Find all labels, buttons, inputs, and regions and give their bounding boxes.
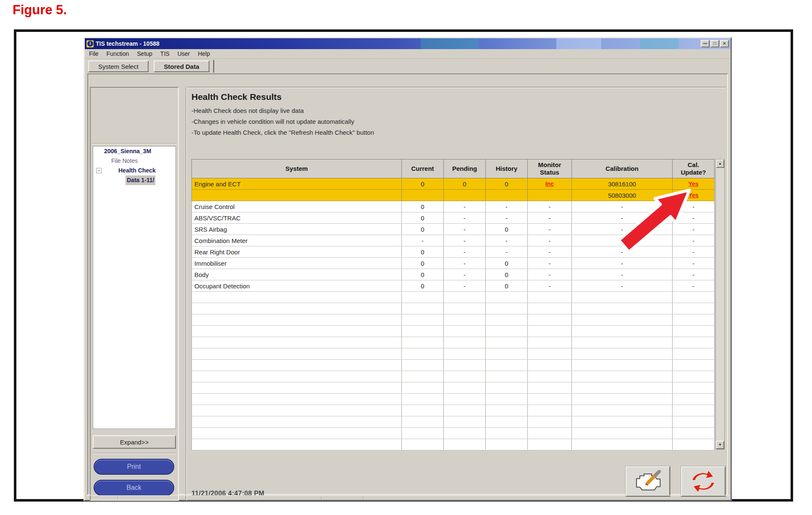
- menu-item-user[interactable]: User: [178, 49, 190, 59]
- tis-logo-icon: i: [87, 41, 93, 47]
- table-cell: 0: [402, 201, 444, 212]
- notes-block: -Health Check does not display live data…: [191, 105, 374, 138]
- table-cell: [572, 394, 673, 405]
- column-header: History: [486, 159, 528, 178]
- refresh-health-check-button[interactable]: [681, 466, 726, 497]
- tree-item[interactable]: −Health Check: [93, 166, 175, 175]
- close-icon[interactable]: ✕: [720, 40, 729, 47]
- table-cell: 0: [486, 224, 528, 235]
- table-cell: [444, 405, 486, 416]
- table-cell: -: [402, 235, 444, 246]
- table-cell: 0: [444, 178, 486, 190]
- tab-bar: System Select Stored Data: [85, 59, 731, 73]
- maximize-icon[interactable]: □: [710, 40, 719, 47]
- tree-item[interactable]: Data 1-11/: [93, 175, 175, 185]
- table-cell: [192, 303, 402, 314]
- minimize-icon[interactable]: —: [701, 40, 710, 47]
- table-cell: 0: [402, 178, 444, 190]
- note-line: -To update Health Check, click the "Refr…: [191, 127, 374, 138]
- table-cell: Engine and ECT: [192, 178, 402, 190]
- table-cell: -: [528, 201, 572, 212]
- table-cell: -: [528, 224, 572, 235]
- tab-stored-data[interactable]: Stored Data: [154, 60, 209, 72]
- table-cell: [444, 416, 486, 428]
- table-cell: [673, 303, 715, 314]
- menu-item-setup[interactable]: Setup: [137, 49, 152, 59]
- table-cell: [402, 190, 444, 201]
- column-header: Calibration: [572, 159, 673, 178]
- table-cell: Body: [192, 269, 402, 280]
- table-cell: [444, 314, 486, 326]
- table-cell: [486, 394, 528, 405]
- scroll-up-icon[interactable]: ▲: [716, 159, 724, 168]
- tree-item[interactable]: 2006_Sienna_3M: [93, 146, 175, 156]
- table-cell: -: [528, 258, 572, 269]
- empty-table-row: [192, 314, 715, 326]
- tree-collapse-icon[interactable]: −: [96, 168, 102, 173]
- note-line: -Changes in vehicle condition will not u…: [191, 116, 374, 127]
- table-cell: [528, 360, 572, 371]
- table-cell: 0: [402, 280, 444, 292]
- table-cell: -: [572, 280, 673, 292]
- table-cell: [192, 348, 402, 360]
- table-cell: [572, 428, 673, 439]
- table-cell: -: [673, 269, 715, 280]
- annotation-arrow-icon: [617, 183, 705, 262]
- scroll-down-icon[interactable]: ▼: [716, 441, 724, 449]
- table-cell: [192, 416, 402, 428]
- menu-item-tis[interactable]: TIS: [160, 49, 170, 59]
- print-button[interactable]: Print: [94, 459, 174, 475]
- app-icon: i: [86, 40, 94, 47]
- table-cell: [192, 405, 402, 416]
- table-cell: [486, 371, 528, 382]
- table-cell: [673, 394, 715, 405]
- table-cell: [528, 428, 572, 439]
- table-cell: [192, 326, 402, 337]
- window-controls: — □ ✕: [701, 40, 729, 47]
- back-button[interactable]: Back: [94, 480, 174, 496]
- window-titlebar: i TIS techstream - 10588 — □ ✕: [85, 38, 731, 49]
- table-cell: -: [528, 246, 572, 258]
- table-cell: [192, 439, 402, 450]
- table-cell: [192, 428, 402, 439]
- table-cell: 0: [486, 178, 528, 190]
- empty-table-row: [192, 394, 715, 405]
- engine-health-button[interactable]: [626, 466, 670, 497]
- table-cell: [572, 348, 673, 360]
- sidebar-groove: [92, 453, 176, 454]
- menu-item-file[interactable]: File: [89, 49, 99, 59]
- column-header: Cal. Update?: [673, 159, 715, 178]
- table-cell: [402, 405, 444, 416]
- tree-item[interactable]: File Notes: [93, 156, 175, 166]
- table-cell: [528, 303, 572, 314]
- menu-bar: FileFunctionSetupTISUserHelp: [85, 49, 731, 59]
- table-cell: 0: [402, 258, 444, 269]
- table-cell: [572, 405, 673, 416]
- table-cell: [572, 371, 673, 382]
- table-cell: 0: [402, 269, 444, 280]
- table-cell: -: [444, 246, 486, 258]
- table-cell: [402, 371, 444, 382]
- table-cell: [486, 348, 528, 360]
- window-title: TIS techstream - 10588: [96, 40, 160, 47]
- page-title: Health Check Results: [191, 92, 282, 102]
- figure-label: Figure 5.: [13, 3, 67, 18]
- table-cell: -: [528, 212, 572, 224]
- menu-item-help[interactable]: Help: [198, 49, 210, 59]
- table-scrollbar[interactable]: ▲ ▼: [715, 159, 725, 450]
- tree-item-label: 2006_Sienna_3M: [104, 146, 151, 156]
- table-cell: [486, 382, 528, 394]
- table-cell: -: [444, 235, 486, 246]
- tab-system-select[interactable]: System Select: [88, 60, 149, 72]
- table-cell: [528, 371, 572, 382]
- table-row: Body0-0---: [192, 269, 715, 280]
- engine-icon: [631, 470, 664, 493]
- tree-item-label: File Notes: [111, 156, 138, 166]
- menu-item-function[interactable]: Function: [107, 49, 129, 59]
- empty-table-row: [192, 439, 715, 450]
- table-cell: SRS Airbag: [192, 224, 402, 235]
- titlebar-gradient-block: [556, 38, 602, 49]
- table-cell: [528, 292, 572, 303]
- expand-button[interactable]: Expand>>: [93, 435, 176, 449]
- monitor-status-link[interactable]: Inc: [528, 178, 572, 190]
